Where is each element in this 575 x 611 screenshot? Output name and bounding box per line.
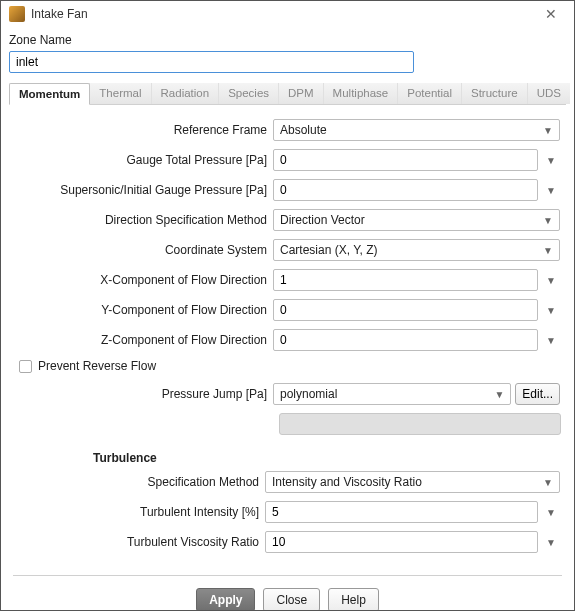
- coordinate-system-value: Cartesian (X, Y, Z): [280, 243, 378, 257]
- chevron-down-icon: ▼: [543, 215, 553, 226]
- turb-viscosity-ratio-label: Turbulent Viscosity Ratio: [15, 535, 265, 549]
- z-component-input[interactable]: [273, 329, 538, 351]
- pressure-jump-label: Pressure Jump [Pa]: [15, 387, 273, 401]
- prevent-reverse-flow-checkbox[interactable]: [19, 360, 32, 373]
- chevron-down-icon[interactable]: ▼: [542, 507, 560, 518]
- direction-method-select[interactable]: Direction Vector ▼: [273, 209, 560, 231]
- chevron-down-icon[interactable]: ▼: [542, 155, 560, 166]
- direction-method-value: Direction Vector: [280, 213, 365, 227]
- direction-method-label: Direction Specification Method: [15, 213, 273, 227]
- apply-button[interactable]: Apply: [196, 588, 255, 611]
- coordinate-system-label: Coordinate System: [15, 243, 273, 257]
- z-component-label: Z-Component of Flow Direction: [15, 333, 273, 347]
- window-title: Intake Fan: [31, 7, 536, 21]
- gauge-total-pressure-label: Gauge Total Pressure [Pa]: [15, 153, 273, 167]
- tab-thermal[interactable]: Thermal: [90, 83, 151, 104]
- chevron-down-icon[interactable]: ▼: [542, 185, 560, 196]
- title-bar: Intake Fan ✕: [1, 1, 574, 27]
- pressure-jump-extra-slot: [279, 413, 561, 435]
- x-component-input[interactable]: [273, 269, 538, 291]
- close-button[interactable]: Close: [263, 588, 320, 611]
- footer: Apply Close Help: [9, 576, 566, 611]
- supersonic-pressure-label: Supersonic/Initial Gauge Pressure [Pa]: [15, 183, 273, 197]
- y-component-input[interactable]: [273, 299, 538, 321]
- pressure-jump-edit-button[interactable]: Edit...: [515, 383, 560, 405]
- tab-potential[interactable]: Potential: [398, 83, 462, 104]
- supersonic-pressure-input[interactable]: [273, 179, 538, 201]
- pressure-jump-select[interactable]: polynomial ▼: [273, 383, 511, 405]
- tab-uds[interactable]: UDS: [528, 83, 570, 104]
- tab-momentum[interactable]: Momentum: [9, 83, 90, 105]
- turb-viscosity-ratio-input[interactable]: [265, 531, 538, 553]
- gauge-total-pressure-input[interactable]: [273, 149, 538, 171]
- tab-species[interactable]: Species: [219, 83, 279, 104]
- turb-spec-method-value: Intensity and Viscosity Ratio: [272, 475, 422, 489]
- coordinate-system-select[interactable]: Cartesian (X, Y, Z) ▼: [273, 239, 560, 261]
- zone-name-label: Zone Name: [9, 33, 566, 47]
- tab-radiation[interactable]: Radiation: [152, 83, 220, 104]
- close-icon[interactable]: ✕: [536, 6, 566, 22]
- reference-frame-label: Reference Frame: [15, 123, 273, 137]
- reference-frame-value: Absolute: [280, 123, 327, 137]
- tabs: Momentum Thermal Radiation Species DPM M…: [9, 83, 566, 105]
- turb-spec-method-select[interactable]: Intensity and Viscosity Ratio ▼: [265, 471, 560, 493]
- zone-name-input[interactable]: [9, 51, 414, 73]
- x-component-label: X-Component of Flow Direction: [15, 273, 273, 287]
- tab-multiphase[interactable]: Multiphase: [324, 83, 399, 104]
- chevron-down-icon[interactable]: ▼: [542, 275, 560, 286]
- chevron-down-icon: ▼: [543, 125, 553, 136]
- y-component-label: Y-Component of Flow Direction: [15, 303, 273, 317]
- chevron-down-icon: ▼: [543, 245, 553, 256]
- turb-intensity-input[interactable]: [265, 501, 538, 523]
- turbulence-title: Turbulence: [93, 451, 560, 465]
- turb-intensity-label: Turbulent Intensity [%]: [15, 505, 265, 519]
- help-button[interactable]: Help: [328, 588, 379, 611]
- reference-frame-select[interactable]: Absolute ▼: [273, 119, 560, 141]
- chevron-down-icon[interactable]: ▼: [542, 537, 560, 548]
- chevron-down-icon[interactable]: ▼: [542, 335, 560, 346]
- momentum-panel: Reference Frame Absolute ▼ Gauge Total P…: [9, 105, 566, 569]
- turb-spec-method-label: Specification Method: [15, 475, 265, 489]
- chevron-down-icon[interactable]: ▼: [542, 305, 560, 316]
- tab-structure[interactable]: Structure: [462, 83, 528, 104]
- app-icon: [9, 6, 25, 22]
- tab-dpm[interactable]: DPM: [279, 83, 324, 104]
- pressure-jump-value: polynomial: [280, 387, 337, 401]
- prevent-reverse-flow-label: Prevent Reverse Flow: [38, 359, 156, 373]
- chevron-down-icon: ▼: [543, 477, 553, 488]
- chevron-down-icon: ▼: [494, 389, 504, 400]
